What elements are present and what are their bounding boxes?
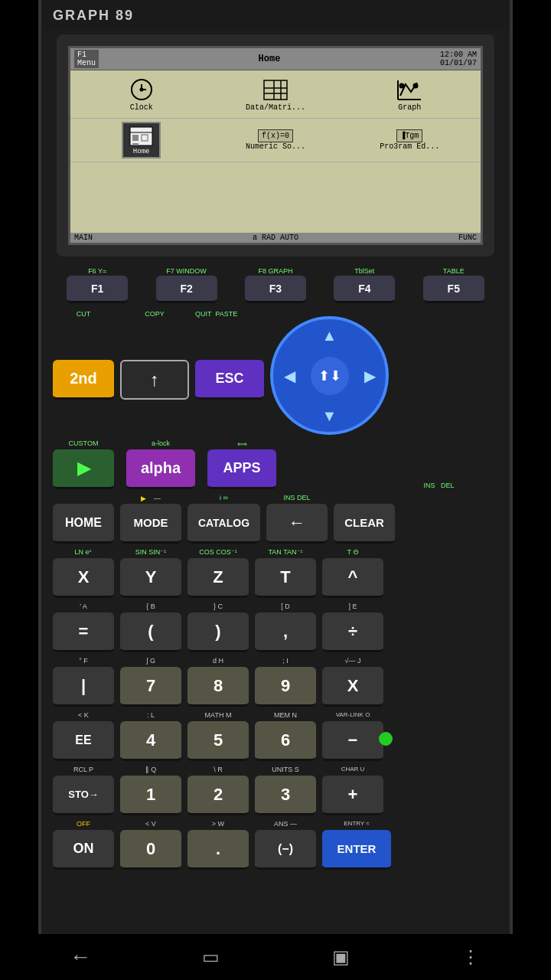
btn-lparen[interactable]: ( bbox=[120, 612, 181, 652]
btn-clear[interactable]: CLEAR bbox=[334, 504, 395, 544]
fkey-f2-button[interactable]: F2 bbox=[156, 276, 217, 303]
btn-backspace[interactable]: ← bbox=[266, 504, 328, 544]
fkey-f2-container: F7 WINDOW F2 bbox=[156, 267, 217, 303]
back-icon: ← bbox=[70, 945, 91, 969]
android-back-button[interactable]: ← bbox=[57, 942, 103, 972]
keyrow-4: LN eˣ X SIN SIN⁻¹ Y COS COS⁻¹ Z TAN TAN⁻… bbox=[53, 548, 498, 598]
btn-custom[interactable]: ▶ bbox=[53, 449, 114, 489]
keyrow-8: RCL P STO→ ‖ Q 1 \ R 2 UNITS S 3 CHAR U … bbox=[53, 766, 498, 815]
btn-1[interactable]: 1 bbox=[120, 776, 181, 815]
btn-neg[interactable]: (−) bbox=[255, 830, 316, 870]
btn-5[interactable]: 5 bbox=[187, 721, 249, 761]
dpad-down-button[interactable]: ▼ bbox=[315, 400, 345, 431]
screen-status-bar: MAIN a RAD AUTO FUNC bbox=[70, 233, 481, 243]
btn-xsq[interactable]: X bbox=[322, 667, 383, 707]
fkey-f5-button[interactable]: F5 bbox=[423, 276, 484, 303]
menu-icon: ⋮ bbox=[461, 946, 480, 968]
y-sublabel: SIN SIN⁻¹ bbox=[135, 548, 167, 557]
dpad-right-button[interactable]: ▶ bbox=[354, 361, 385, 391]
btn-0[interactable]: 0 bbox=[120, 830, 181, 870]
android-recent-button[interactable]: ▣ bbox=[318, 942, 364, 972]
screen-header: F1Menu Home 12:00 AM01/01/97 bbox=[70, 48, 481, 70]
btn-alpha[interactable]: alpha bbox=[126, 449, 195, 489]
btn-y[interactable]: Y bbox=[120, 558, 181, 598]
dpad-up-button[interactable]: ▲ bbox=[315, 320, 345, 351]
btn-ee[interactable]: EE bbox=[53, 721, 114, 761]
svg-rect-4 bbox=[264, 80, 287, 100]
btn-z[interactable]: Z bbox=[187, 558, 249, 598]
btn-pipe[interactable]: | bbox=[53, 667, 114, 707]
svg-rect-21 bbox=[132, 143, 139, 145]
android-menu-button[interactable]: ⋮ bbox=[448, 942, 494, 972]
fkey-f3-button[interactable]: F3 bbox=[245, 276, 306, 303]
fkey-f1-container: F6 Y= F1 bbox=[67, 267, 128, 303]
fkey-f2-top-label: F7 WINDOW bbox=[166, 267, 207, 275]
calculator-body: GRAPH 89 F1Menu Home 12:00 AM01/01/97 bbox=[38, 0, 513, 980]
btn-comma[interactable]: , bbox=[255, 612, 316, 652]
btn-rparen[interactable]: ) bbox=[187, 612, 249, 652]
fkey-f1-top-label: F6 Y= bbox=[88, 267, 106, 275]
screen-icon-graph[interactable]: Graph bbox=[379, 77, 440, 112]
btn-enter[interactable]: ENTER bbox=[322, 830, 391, 870]
keyrow-9: OFF ON < V 0 > W . ANS — (−) ENTRY ≈ ENT… bbox=[53, 820, 498, 870]
btn-on[interactable]: ON bbox=[53, 830, 114, 870]
dpad-center-button[interactable]: ⬆⬇ bbox=[311, 357, 349, 395]
dpad-left-button[interactable]: ◀ bbox=[274, 361, 305, 391]
btn-div[interactable]: ÷ bbox=[322, 612, 383, 652]
screen-icon-numeric-solver[interactable]: f(x)=0 Numeric So... bbox=[245, 129, 306, 151]
dot-sublabel: > W bbox=[212, 820, 224, 829]
fkey-f1-button[interactable]: F1 bbox=[67, 276, 128, 303]
lparen-sublabel: { B bbox=[146, 603, 155, 612]
btn-2[interactable]: 2 bbox=[187, 776, 249, 815]
screen-icons-row: Clock Data/Matri... bbox=[70, 70, 481, 119]
eight-sublabel: d H bbox=[213, 657, 223, 666]
btn-2nd[interactable]: 2nd bbox=[53, 360, 114, 400]
btn-up-arrow[interactable]: ↑ bbox=[120, 360, 189, 400]
btn-7[interactable]: 7 bbox=[120, 667, 181, 707]
pipe-sublabel: ° F bbox=[79, 657, 88, 666]
status-text: GRAPH 89 bbox=[53, 8, 134, 24]
btn-eq[interactable]: = bbox=[53, 612, 114, 652]
fkey-f4-button[interactable]: F4 bbox=[334, 276, 395, 303]
recent-icon: ▣ bbox=[332, 946, 350, 968]
five-sublabel: MATH M bbox=[205, 711, 232, 720]
btn-mode[interactable]: MODE bbox=[120, 504, 181, 544]
btn-minus[interactable]: − bbox=[322, 721, 383, 761]
btn-6[interactable]: 6 bbox=[255, 721, 316, 761]
btn-dot[interactable]: . bbox=[187, 830, 249, 870]
btn-catalog[interactable]: CATALOG bbox=[187, 504, 260, 544]
plus-sublabel: CHAR U bbox=[341, 766, 365, 775]
btn-sto[interactable]: STO→ bbox=[53, 776, 114, 815]
screen-icon-data-matrix[interactable]: Data/Matri... bbox=[245, 77, 306, 112]
green-dot-indicator bbox=[379, 732, 393, 746]
mode-sublabel-arrow: ▶ bbox=[141, 495, 146, 502]
keyrow-5: ′ A = { B ( } C ) [ D , ] E ÷ bbox=[53, 603, 498, 652]
rparen-sublabel: } C bbox=[214, 603, 223, 612]
btn-4[interactable]: 4 bbox=[120, 721, 181, 761]
btn-home[interactable]: HOME bbox=[53, 504, 114, 544]
three-sublabel: UNITS S bbox=[272, 766, 299, 775]
backspace-sublabel: INS DEL bbox=[283, 494, 310, 503]
fkey-f5-top-label: TABLE bbox=[443, 267, 465, 275]
zero-sublabel: < V bbox=[145, 820, 156, 829]
btn-x[interactable]: X bbox=[53, 558, 114, 598]
four-sublabel: : L bbox=[147, 711, 155, 720]
btn-esc[interactable]: ESC bbox=[195, 360, 264, 400]
screen-icon-clock[interactable]: Clock bbox=[111, 77, 172, 112]
clear-sublabel bbox=[364, 494, 366, 503]
btn-8[interactable]: 8 bbox=[187, 667, 249, 707]
div-sublabel: ] E bbox=[348, 603, 357, 612]
android-home-button[interactable]: ▭ bbox=[187, 942, 233, 972]
btn-apps[interactable]: APPS bbox=[207, 449, 276, 489]
screen-icon-home[interactable]: Home bbox=[111, 122, 172, 158]
exchange-sublabel: ⟺ bbox=[237, 440, 247, 448]
btn-caret[interactable]: ^ bbox=[322, 558, 383, 598]
two-sublabel: \ R bbox=[214, 766, 223, 775]
btn-3[interactable]: 3 bbox=[255, 776, 316, 815]
btn-9[interactable]: 9 bbox=[255, 667, 316, 707]
btn-plus[interactable]: + bbox=[322, 776, 383, 815]
cut-label: CUT bbox=[53, 310, 114, 318]
btn-t[interactable]: T bbox=[255, 558, 316, 598]
eq-sublabel: ′ A bbox=[80, 603, 87, 612]
screen-icon-program-editor[interactable]: ▐Tgm Pro3ram Ed... bbox=[379, 129, 440, 151]
